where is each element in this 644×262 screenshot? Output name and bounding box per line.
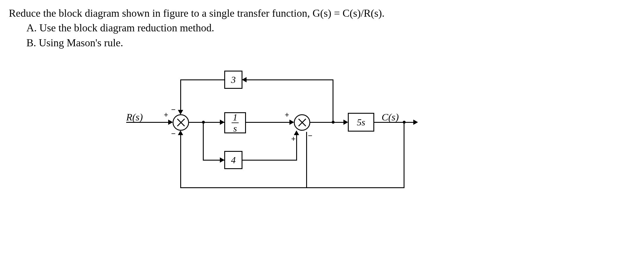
integrator-denominator: s (232, 123, 238, 133)
sign-plus: + (291, 134, 296, 143)
arrowhead-icon (242, 77, 247, 82)
sign-minus: − (308, 131, 312, 140)
wire (246, 79, 333, 80)
wire (180, 79, 224, 80)
integrator-numerator: 1 (232, 113, 239, 123)
wire (242, 160, 297, 161)
block-3: 3 (224, 71, 242, 89)
block-diagram: R(s) + − − 1 s + + − 5s C(s) 3 (126, 62, 449, 208)
wire (310, 122, 344, 123)
wire (180, 135, 181, 188)
wire (126, 122, 169, 123)
summing-junction-2 (294, 114, 310, 131)
wire (333, 79, 333, 123)
arrowhead-icon (178, 130, 183, 135)
arrowhead-icon (168, 120, 173, 125)
output-label: C(s) (382, 112, 399, 123)
sign-minus: − (171, 105, 175, 114)
wire (374, 122, 414, 123)
wire (203, 123, 204, 160)
wire (189, 122, 224, 123)
main-question: Reduce the block diagram shown in figure… (9, 6, 635, 21)
arrowhead-icon (294, 130, 299, 135)
wire (180, 187, 404, 188)
arrowhead-icon (343, 120, 348, 125)
sign-minus: − (171, 129, 175, 138)
part-b: B. Using Mason's rule. (26, 35, 635, 50)
wire (246, 122, 290, 123)
wire (306, 132, 307, 188)
block-4: 4 (224, 151, 242, 169)
arrowhead-icon (413, 120, 418, 125)
wire (296, 135, 297, 161)
problem-statement: Reduce the block diagram shown in figure… (9, 6, 635, 50)
block-integrator: 1 s (224, 112, 246, 133)
block-5s: 5s (348, 113, 374, 132)
input-label: R(s) (126, 112, 143, 123)
sign-plus: + (285, 110, 289, 119)
wire (180, 79, 181, 110)
arrowhead-icon (289, 120, 294, 125)
part-a: A. Use the block diagram reduction metho… (26, 21, 635, 35)
wire (404, 123, 404, 188)
sign-plus: + (164, 110, 168, 119)
arrowhead-icon (220, 120, 225, 125)
arrowhead-icon (178, 110, 183, 115)
summing-junction-1 (173, 114, 189, 131)
arrowhead-icon (220, 157, 225, 163)
